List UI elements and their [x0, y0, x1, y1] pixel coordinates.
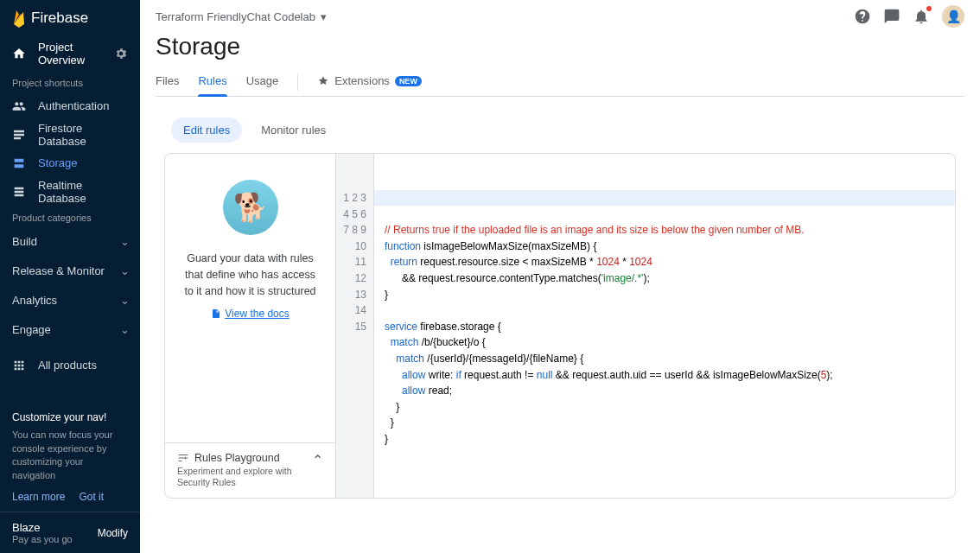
playground-title: Rules Playground: [177, 452, 312, 464]
help-button[interactable]: [854, 8, 871, 25]
category-build[interactable]: Build⌄: [0, 226, 140, 256]
code-comment: // Returns true if the uploaded file is …: [385, 224, 805, 236]
tabs: Files Rules Usage Extensions NEW: [156, 67, 964, 97]
subtab-monitor-rules[interactable]: Monitor rules: [249, 118, 338, 143]
sidebar-item-authentication[interactable]: Authentication: [0, 92, 140, 120]
code-number: 1024: [596, 256, 620, 268]
code-text: );: [826, 369, 832, 381]
guard-text: Guard your data with rules that define w…: [181, 251, 320, 299]
rules-playground[interactable]: Rules Playground Experiment and explore …: [165, 442, 335, 498]
modify-plan-button[interactable]: Modify: [98, 527, 128, 539]
gear-icon: [114, 47, 128, 60]
sidebar-item-firestore[interactable]: Firestore Database: [0, 120, 140, 149]
categories-label: Product categories: [0, 206, 140, 226]
code-area[interactable]: // Returns true if the uploaded file is …: [374, 154, 955, 498]
code-text: /{userId}/{messageId}/{fileName} {: [424, 353, 583, 365]
content-area: Edit rules Monitor rules 🐕 Guard your da…: [140, 97, 980, 553]
topbar-actions: 👤: [854, 5, 964, 28]
project-overview-link[interactable]: Project Overview: [12, 41, 111, 67]
sidebar-item-all-products[interactable]: All products: [0, 351, 140, 379]
code-text: }: [385, 433, 388, 445]
brand-name: Firebase: [31, 10, 88, 27]
category-analytics[interactable]: Analytics⌄: [0, 285, 140, 315]
firebase-logo[interactable]: Firebase: [12, 9, 88, 28]
help-icon: [854, 8, 871, 25]
code-keyword: function: [385, 240, 421, 252]
database-icon: [12, 185, 26, 199]
user-avatar[interactable]: 👤: [942, 5, 964, 28]
code-number: 1024: [629, 256, 652, 268]
view-docs-link[interactable]: View the docs: [211, 308, 290, 320]
code-text: /b/{bucket}/o {: [418, 336, 485, 348]
chevron-down-icon: ⌄: [120, 264, 130, 277]
tab-extensions[interactable]: Extensions NEW: [317, 67, 422, 96]
subtab-edit-rules[interactable]: Edit rules: [171, 118, 242, 143]
category-release[interactable]: Release & Monitor⌄: [0, 256, 140, 285]
editor-card: 🐕 Guard your data with rules that define…: [164, 153, 956, 499]
plan-sub: Pay as you go: [12, 534, 73, 544]
code-string: 'image/.*': [601, 272, 644, 284]
dog-icon: 🐕: [233, 191, 268, 224]
chevron-down-icon: ⌄: [120, 235, 130, 248]
doc-icon: [211, 308, 221, 319]
grid-icon: [12, 359, 26, 372]
code-text: );: [643, 272, 649, 284]
tab-usage[interactable]: Usage: [246, 67, 279, 96]
code-text: firebase.storage {: [417, 321, 501, 333]
sidebar-item-storage[interactable]: Storage: [0, 149, 140, 177]
sidebar-item-label: Authentication: [38, 99, 109, 112]
settings-button[interactable]: [111, 42, 131, 65]
tab-divider: [297, 73, 298, 91]
guard-illustration: 🐕: [223, 180, 278, 235]
code-keyword: null: [537, 369, 553, 381]
editor-info-panel: 🐕 Guard your data with rules that define…: [165, 154, 336, 498]
category-label: Analytics: [12, 294, 57, 307]
notification-dot: [926, 6, 932, 11]
project-dropdown[interactable]: Terraform FriendlyChat Codelab ▾: [156, 10, 327, 23]
code-text: && request.resource.contentType.matches(: [385, 272, 601, 284]
notifications-button[interactable]: [913, 8, 930, 25]
topbar: Terraform FriendlyChat Codelab ▾ 👤: [140, 0, 980, 33]
category-label: Engage: [12, 323, 51, 336]
category-label: Build: [12, 235, 37, 248]
tab-files[interactable]: Files: [156, 67, 179, 96]
learn-more-link[interactable]: Learn more: [12, 491, 65, 503]
code-text: request.resource.size < maxSizeMB *: [417, 256, 596, 268]
code-text: *: [620, 256, 629, 268]
extensions-label: Extensions: [334, 74, 390, 87]
sliders-icon: [177, 452, 189, 464]
code-text: isImageBelowMaxSize(maxSizeMB) {: [421, 240, 596, 252]
docs-link-text: View the docs: [225, 308, 290, 320]
code-text: [385, 353, 396, 365]
code-text: [385, 336, 391, 348]
home-icon: [12, 47, 26, 60]
guard-box: 🐕 Guard your data with rules that define…: [165, 154, 335, 442]
dropdown-arrow-icon: ▾: [321, 10, 327, 23]
line-highlight: [374, 190, 955, 206]
code-keyword: match: [391, 336, 419, 348]
code-text: read;: [425, 385, 452, 397]
code-text: [385, 369, 402, 381]
feedback-button[interactable]: [883, 8, 900, 25]
code-text: && request.auth.uid == userId && isImage…: [552, 369, 820, 381]
tab-rules[interactable]: Rules: [198, 67, 226, 96]
code-text: }: [385, 401, 399, 413]
playground-title-text: Rules Playground: [194, 452, 280, 464]
plan-name: Blaze: [12, 521, 73, 534]
got-it-link[interactable]: Got it: [79, 491, 104, 503]
line-gutter: 1 2 3 4 5 6 7 8 9 10 11 12 13 14 15: [336, 154, 374, 498]
code-text: request.auth !=: [461, 369, 537, 381]
shortcuts-label: Project shortcuts: [0, 71, 140, 92]
sidebar-header: Firebase: [0, 0, 140, 36]
firestore-icon: [12, 128, 26, 142]
category-engage[interactable]: Engage⌄: [0, 315, 140, 344]
project-overview-label: Project Overview: [38, 41, 111, 67]
code-editor[interactable]: 1 2 3 4 5 6 7 8 9 10 11 12 13 14 15 // R…: [336, 154, 955, 498]
customize-desc: You can now focus your console experienc…: [12, 429, 128, 482]
code-keyword: allow: [402, 369, 425, 381]
customize-title: Customize your nav!: [12, 411, 128, 423]
sidebar-item-realtime-db[interactable]: Realtime Database: [0, 177, 140, 206]
code-text: [385, 256, 391, 268]
sidebar: Firebase Project Overview Project shortc…: [0, 0, 140, 553]
main-content: Terraform FriendlyChat Codelab ▾ 👤 Stora…: [140, 0, 980, 553]
